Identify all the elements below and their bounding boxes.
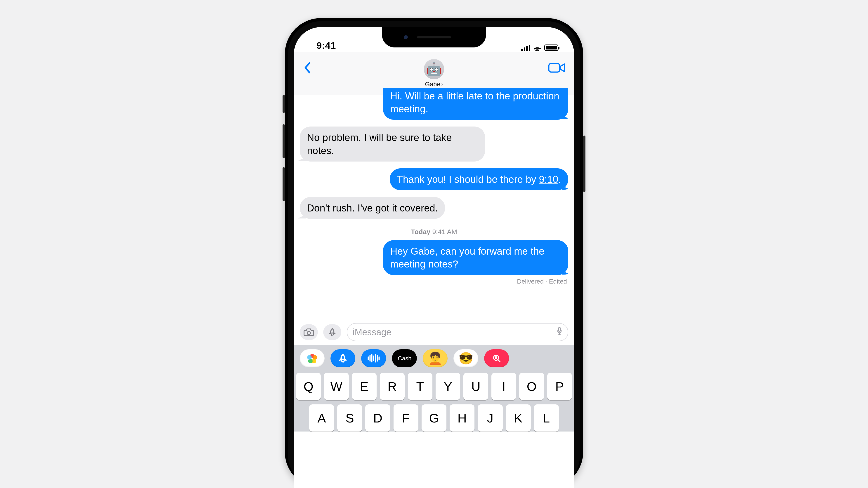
time-link[interactable]: 9:10: [539, 174, 558, 185]
svg-point-1: [307, 331, 310, 335]
key-w[interactable]: W: [324, 373, 348, 400]
key-y[interactable]: Y: [436, 373, 460, 400]
svg-rect-2: [559, 327, 561, 331]
appstore-app-icon[interactable]: [331, 349, 355, 367]
notch: [382, 27, 486, 47]
wifi-icon: [533, 44, 541, 51]
phone-frame: 9:41: [285, 18, 583, 488]
app-drawer-button[interactable]: [323, 324, 341, 340]
key-e[interactable]: E: [352, 373, 377, 400]
key-t[interactable]: T: [408, 373, 432, 400]
back-button[interactable]: [301, 61, 314, 74]
status-time: 9:41: [307, 40, 336, 51]
key-i[interactable]: I: [491, 373, 516, 400]
battery-icon: [544, 44, 558, 51]
message-input[interactable]: iMessage: [347, 323, 568, 341]
apple-cash-app-icon[interactable]: Cash: [392, 349, 417, 367]
chevron-right-icon: ›: [441, 81, 443, 88]
power-button: [583, 135, 585, 192]
key-j[interactable]: J: [477, 404, 502, 431]
svg-rect-0: [549, 64, 560, 72]
contact-name-label: Gabe: [425, 80, 440, 88]
facetime-button[interactable]: [548, 61, 566, 74]
phone-screen: 9:41: [294, 27, 574, 488]
photos-app-icon[interactable]: [300, 349, 324, 367]
cellular-icon: [521, 44, 530, 51]
contact-name-button[interactable]: Gabe ›: [425, 80, 443, 88]
cash-label: Cash: [398, 355, 412, 362]
key-k[interactable]: K: [506, 404, 531, 431]
svg-line-13: [498, 360, 500, 362]
key-s[interactable]: S: [337, 404, 362, 431]
message-placeholder: iMessage: [352, 327, 391, 337]
message-sent[interactable]: Thank you! I should be there by 9:10.: [390, 168, 568, 190]
mute-switch: [283, 95, 285, 113]
audio-app-icon[interactable]: [361, 349, 386, 367]
delivery-status: Delivered · Edited: [300, 278, 568, 285]
key-p[interactable]: P: [547, 373, 572, 400]
memoji-app-icon[interactable]: 🧑‍🦱: [423, 349, 447, 367]
key-a[interactable]: A: [309, 404, 334, 431]
message-received[interactable]: No problem. I will be sure to take notes…: [300, 127, 485, 161]
camera-button[interactable]: [300, 324, 318, 340]
volume-up-button: [283, 124, 285, 158]
key-d[interactable]: D: [365, 404, 390, 431]
avatar-emoji: 🤖: [426, 62, 442, 76]
key-r[interactable]: R: [380, 373, 404, 400]
key-g[interactable]: G: [422, 404, 446, 431]
key-h[interactable]: H: [450, 404, 474, 431]
message-received[interactable]: Don't rush. I've got it covered.: [300, 197, 445, 219]
timestamp-separator: Today 9:41 AM: [300, 228, 568, 236]
message-sent[interactable]: Hi. Will be a little late to the product…: [383, 88, 568, 120]
hashtag-images-app-icon[interactable]: [484, 349, 509, 367]
volume-down-button: [283, 167, 285, 201]
dictation-button[interactable]: [557, 327, 562, 337]
key-q[interactable]: Q: [296, 373, 321, 400]
contact-avatar[interactable]: 🤖: [424, 59, 444, 79]
key-o[interactable]: O: [519, 373, 544, 400]
message-sent[interactable]: Hey Gabe, can you forward me the meeting…: [383, 240, 568, 275]
imessage-app-strip[interactable]: Cash 🧑‍🦱 😎: [294, 345, 574, 371]
keyboard[interactable]: QWERTYUIOP ASDFGHJKL: [294, 371, 574, 431]
key-f[interactable]: F: [394, 404, 418, 431]
message-list[interactable]: Hi. Will be a little late to the product…: [294, 95, 574, 319]
key-l[interactable]: L: [534, 404, 559, 431]
stickers-app-icon[interactable]: 😎: [454, 349, 478, 367]
key-u[interactable]: U: [463, 373, 488, 400]
compose-bar: iMessage: [294, 319, 574, 345]
